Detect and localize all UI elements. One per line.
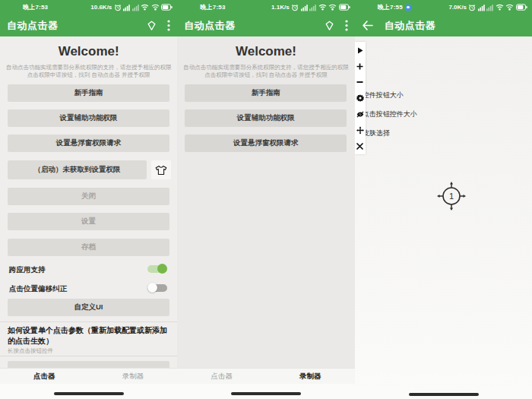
- permission-description-line2: 点击权限申请按钮，找到 自动点击器 并授予权限: [182, 71, 350, 79]
- floating-toolbar: [355, 42, 366, 154]
- close-icon[interactable]: [356, 142, 364, 150]
- hotspot-icon: [505, 4, 514, 11]
- bottom-tab-bar: 点击器 录制器: [0, 368, 177, 384]
- welcome-heading: Welcome!: [0, 44, 177, 59]
- screen-recorder-tab: 晚上7:53 1.1K/s 自动点击器 Welcome! 自动点击功能实现需要部…: [177, 0, 354, 399]
- start-button[interactable]: （启动）未获取到设置权限: [8, 160, 147, 179]
- clock-text: 晚上7:53: [23, 3, 48, 11]
- menu-item-widget-size[interactable]: 控件按钮大小: [363, 90, 404, 100]
- help-item-subtitle: 长按点击按钮控件: [8, 347, 53, 355]
- offset-correction-label: 点击位置偏移纠正: [9, 284, 67, 294]
- screen-floating-controls: 晚上7:55 7.0K/s 自动点击器 控件按钮大小 点击按钮控件大小 皮肤选择: [355, 0, 532, 399]
- tab-clicker[interactable]: 点击器: [177, 369, 266, 384]
- signal2-icon: [309, 4, 316, 11]
- wifi-icon: [141, 4, 149, 11]
- clock-text: 晚上7:53: [200, 3, 225, 11]
- alarm-icon: [468, 4, 476, 11]
- home-indicator[interactable]: [409, 393, 479, 396]
- move-icon[interactable]: [356, 126, 364, 134]
- eye-off-icon[interactable]: [356, 110, 364, 118]
- menu-item-click-button-size[interactable]: 点击按钮控件大小: [363, 109, 417, 119]
- back-arrow-icon[interactable]: [362, 21, 373, 30]
- status-icons: 10.6K/s: [90, 4, 173, 11]
- app-bar: 自动点击器: [355, 14, 532, 36]
- gesture-nav-bar: [177, 384, 354, 399]
- battery-icon: [516, 4, 527, 11]
- tshirt-icon: [155, 165, 167, 176]
- cross-app-label: 跨应用支持: [9, 265, 46, 275]
- custom-ui-button[interactable]: 自定义UI: [8, 299, 169, 316]
- plus-icon[interactable]: [356, 62, 364, 70]
- network-speed: 1.1K/s: [271, 4, 290, 11]
- gesture-nav-bar: [0, 384, 177, 399]
- tab-recorder[interactable]: 录制器: [266, 369, 355, 384]
- permission-description-line1: 自动点击功能实现需要部分系统权限的支持，请您授予相应的权限: [182, 64, 350, 71]
- home-indicator[interactable]: [231, 392, 301, 395]
- status-icons: 7.0K/s: [448, 4, 527, 11]
- signal2-icon: [132, 4, 139, 11]
- network-speed: 7.0K/s: [448, 4, 467, 11]
- welcome-heading: Welcome!: [177, 44, 354, 59]
- status-bar: 晚上7:53 10.6K/s: [0, 0, 177, 14]
- menu-item-skin-select[interactable]: 皮肤选择: [363, 128, 390, 138]
- screen-clicker-tab: 晚上7:53 10.6K/s 自动点击器 Welcome! 自动点击功能实现需要…: [0, 0, 177, 399]
- hotspot-icon: [328, 4, 337, 11]
- overflow-menu-icon[interactable]: [345, 20, 348, 31]
- status-icons: 1.1K/s: [271, 4, 350, 11]
- divider: [0, 321, 177, 322]
- wifi-icon: [318, 4, 327, 11]
- close-button[interactable]: 关闭: [8, 188, 169, 205]
- partial-button-cutoff: [8, 361, 169, 368]
- diamond-icon[interactable]: [324, 21, 335, 31]
- app-title: 自动点击器: [385, 19, 436, 33]
- home-indicator[interactable]: [54, 392, 124, 395]
- cross-app-toggle[interactable]: [147, 264, 167, 274]
- hotspot-icon: [151, 4, 160, 11]
- alarm-icon: [291, 4, 299, 11]
- wifi-icon: [496, 4, 504, 11]
- signal2-icon: [486, 4, 493, 11]
- overlay-permission-button[interactable]: 设置悬浮窗权限请求: [8, 135, 169, 152]
- app-title: 自动点击器: [7, 19, 59, 33]
- accessibility-permission-button[interactable]: 设置辅助功能权限: [185, 109, 347, 127]
- archive-button[interactable]: 存档: [8, 239, 169, 256]
- permission-description-line1: 自动点击功能实现需要部分系统权限的支持，请您授予相应的权限: [5, 64, 173, 71]
- permission-description-line2: 点击权限申请按钮，找到 自动点击器 并授予权限: [5, 71, 173, 79]
- guide-button[interactable]: 新手指南: [8, 84, 169, 102]
- diamond-icon[interactable]: [146, 21, 157, 31]
- alarm-icon: [114, 4, 122, 11]
- divider: [0, 356, 177, 356]
- app-bar: 自动点击器: [0, 14, 177, 36]
- minus-icon[interactable]: [356, 78, 364, 86]
- signal-icon: [301, 4, 308, 11]
- status-bar: 晚上7:53 1.1K/s: [177, 0, 354, 14]
- network-speed: 10.6K/s: [90, 4, 112, 11]
- offset-correction-toggle[interactable]: [147, 283, 167, 293]
- overlay-demo-area: 控件按钮大小 点击按钮控件大小 皮肤选择 1: [355, 36, 532, 399]
- clock-text: 晚上7:55: [378, 3, 403, 11]
- status-bar: 晚上7:55 7.0K/s: [355, 0, 532, 14]
- composite-screenshot: 晚上7:53 10.6K/s 自动点击器 Welcome! 自动点击功能实现需要…: [0, 0, 532, 399]
- accessibility-permission-button[interactable]: 设置辅助功能权限: [8, 109, 169, 127]
- skin-button[interactable]: [151, 160, 171, 179]
- help-item-title[interactable]: 如何设置单个点击参数（重新加载配置或新添加的点击生效）: [8, 325, 170, 346]
- gear-icon[interactable]: [356, 94, 364, 102]
- play-icon[interactable]: [356, 46, 364, 54]
- guide-button[interactable]: 新手指南: [185, 84, 347, 102]
- battery-icon: [339, 4, 350, 11]
- tab-clicker[interactable]: 点击器: [0, 369, 89, 384]
- tab-recorder[interactable]: 录制器: [89, 369, 178, 384]
- overlay-permission-button[interactable]: 设置悬浮窗权限请求: [185, 135, 347, 152]
- battery-icon: [161, 4, 173, 11]
- target-number: 1: [449, 192, 454, 201]
- settings-button[interactable]: 设置: [8, 213, 169, 230]
- signal-icon: [123, 4, 130, 11]
- app-title: 自动点击器: [184, 19, 236, 33]
- signal-icon: [478, 4, 485, 11]
- crosshair-target[interactable]: 1: [434, 179, 469, 214]
- messenger-app-icon: [405, 5, 411, 11]
- bottom-tab-bar: 点击器 录制器: [177, 368, 354, 384]
- app-bar: 自动点击器: [177, 14, 354, 36]
- overflow-menu-icon[interactable]: [167, 20, 170, 31]
